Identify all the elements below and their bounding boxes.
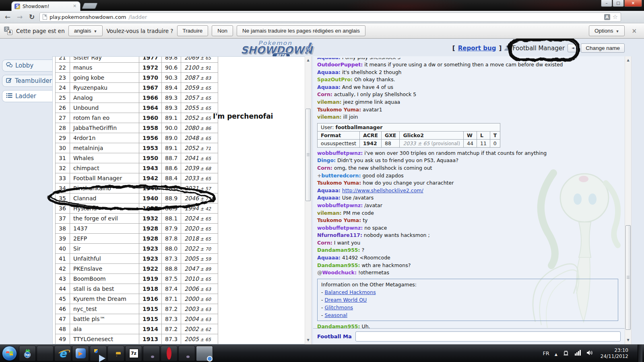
chat-username[interactable]: Dandaman955: xyxy=(317,262,360,268)
change-name-button[interactable]: Change name xyxy=(581,43,625,53)
taskbar-item-windows-media-player[interactable] xyxy=(72,346,89,361)
chat-username[interactable]: Aquaaa: xyxy=(317,187,341,193)
sidebar-item-lobby[interactable]: Lobby xyxy=(2,60,52,72)
infobar-close-icon[interactable] xyxy=(632,27,637,35)
browser-tab[interactable]: S Showdown! xyxy=(11,1,80,11)
chat-username[interactable]: Tsukomo Yuma: xyxy=(317,180,361,186)
language-dropdown[interactable]: anglais xyxy=(68,25,103,36)
ladder-player-name[interactable]: Unfaithful xyxy=(70,254,139,264)
options-dropdown[interactable]: Options xyxy=(589,25,625,36)
tab-close-icon[interactable] xyxy=(72,4,77,9)
taskbar-item-file-explorer[interactable] xyxy=(107,346,124,361)
ladder-player-name[interactable]: chimpact xyxy=(70,163,139,173)
taskbar-item-chrome[interactable] xyxy=(196,346,213,361)
chat-username[interactable]: Tsukomo Yuma: xyxy=(317,107,361,113)
chat-username[interactable]: Aquaaa: xyxy=(317,195,341,201)
infobox-link[interactable]: Balanced Hackmons xyxy=(324,289,376,295)
ladder-player-name[interactable]: stall is da best xyxy=(70,284,139,294)
ladder-scrollbar[interactable] xyxy=(305,56,312,344)
hidden-icons-caret[interactable] xyxy=(555,350,557,357)
ladder-player-name[interactable]: rotom fan eo xyxy=(70,113,139,123)
chat-username[interactable]: OutdoorPuppet: xyxy=(317,62,363,68)
show-desktop-button[interactable] xyxy=(638,345,642,362)
taskbar-item-internet-explorer[interactable]: e xyxy=(54,346,71,361)
chat-username[interactable]: Nfurnoflare117: xyxy=(317,232,362,238)
chat-username[interactable]: Corn: xyxy=(317,91,332,97)
taskbar-item-poke-orb-2[interactable] xyxy=(178,346,195,361)
infobox-link[interactable]: Glitchmons xyxy=(324,304,353,311)
chat-username[interactable]: Dandaman955: xyxy=(317,323,360,328)
infobox-link[interactable]: Seasonal xyxy=(324,312,347,318)
scroll-down-icon[interactable] xyxy=(305,337,311,343)
scroll-down-icon[interactable] xyxy=(625,337,631,343)
chat-username[interactable]: wobbuffetpwnz: xyxy=(317,150,363,156)
ladder-player-name[interactable]: PKEnslave xyxy=(70,264,139,274)
ladder-player-name[interactable]: BoomBoom xyxy=(70,274,139,284)
new-tab-button[interactable] xyxy=(82,3,98,9)
scrollbar-thumb[interactable] xyxy=(625,225,631,330)
chat-username[interactable]: Aquaaa: xyxy=(317,84,341,90)
chat-username[interactable]: SpazOutPro: xyxy=(317,76,353,82)
ladder-player-name[interactable]: Unbound xyxy=(70,103,139,113)
ladder-player-name[interactable]: manus xyxy=(70,63,139,73)
no-button[interactable]: Non xyxy=(212,25,233,36)
ladder-player-name[interactable]: Kyurem the Dream xyxy=(70,294,139,304)
taskbar-item-poke-orb[interactable] xyxy=(143,346,160,361)
ladder-player-name[interactable]: 1437 xyxy=(70,224,139,234)
scrollbar-thumb[interactable] xyxy=(305,109,311,201)
ladder-player-name[interactable]: Clannad xyxy=(70,193,139,204)
taskbar-item-7zip[interactable]: 7z xyxy=(125,346,142,361)
taskbar-item-media-gallery[interactable] xyxy=(37,346,54,361)
chat-username[interactable]: Tsukomo Yuma: xyxy=(317,217,361,223)
chat-username[interactable]: wobbuffetpwnz: xyxy=(317,202,363,208)
translate-page-action-icon[interactable] xyxy=(604,14,610,20)
minimize-button[interactable] xyxy=(601,0,612,7)
language-indicator[interactable]: FR xyxy=(543,350,549,356)
chat-username[interactable]: vileman: xyxy=(317,210,342,216)
chat-username[interactable]: Dandaman955: xyxy=(317,247,360,253)
chat-username[interactable]: Woodchuck: xyxy=(322,269,357,276)
chat-username[interactable]: Aquaaa: xyxy=(317,69,341,75)
bookmark-star-icon[interactable] xyxy=(613,13,618,21)
scroll-up-icon[interactable] xyxy=(305,57,311,64)
forward-icon[interactable] xyxy=(15,13,24,21)
chat-username[interactable]: Corn: xyxy=(317,240,332,246)
chat-username[interactable]: Aquaaa: xyxy=(317,58,341,60)
ladder-player-name[interactable]: Sir xyxy=(70,244,139,254)
chat-username[interactable]: wobbuffetpwnz: xyxy=(317,225,363,231)
user-menu-button[interactable] xyxy=(568,44,578,52)
ladder-player-name[interactable]: Rinshankaiho xyxy=(70,183,139,193)
chat-username[interactable]: Corn: xyxy=(317,165,332,171)
close-button[interactable] xyxy=(624,0,642,7)
taskbar-item-opera[interactable] xyxy=(161,346,178,361)
ladder-player-name[interactable]: Analog xyxy=(70,93,139,103)
volume-icon[interactable] xyxy=(586,350,594,357)
ladder-player-name[interactable]: Hysteria xyxy=(70,204,139,214)
start-button[interactable] xyxy=(0,346,19,361)
chat-input[interactable] xyxy=(355,331,621,341)
ladder-player-name[interactable]: Sister Ray xyxy=(70,56,139,63)
ladder-player-name[interactable]: going kobe xyxy=(70,73,139,83)
chat-username[interactable]: Dingo: xyxy=(317,157,336,163)
ladder-player-name[interactable]: JabbaTheGriffin xyxy=(70,123,139,133)
chat-scrollbar[interactable] xyxy=(625,56,632,344)
reload-icon[interactable] xyxy=(27,13,36,21)
chat-username[interactable]: vileman: xyxy=(317,99,342,105)
scroll-up-icon[interactable] xyxy=(625,57,631,64)
ladder-player-name[interactable]: 2EFP xyxy=(70,234,139,244)
back-icon[interactable] xyxy=(3,13,12,21)
ladder-player-name[interactable]: the forge of evil xyxy=(70,214,139,224)
address-bar[interactable]: play.pokemonshowdown.com /ladder xyxy=(39,12,621,22)
chat-username[interactable]: Aquaaa: xyxy=(317,255,341,261)
chat-username[interactable]: butteredcorn: xyxy=(321,173,361,179)
never-translate-button[interactable]: Ne jamais traduire les pages rédigées en… xyxy=(237,25,365,36)
ladder-player-name[interactable]: battle pls™ xyxy=(70,314,139,324)
report-bug-link[interactable]: Report bug xyxy=(458,45,496,52)
ladder-player-name[interactable]: ala xyxy=(70,324,139,334)
ladder-player-name[interactable]: TTYLGenesect xyxy=(70,334,139,344)
sidebar-item-teambuilder[interactable]: Teambuilder xyxy=(2,75,52,87)
ladder-player-name[interactable]: Whales xyxy=(70,153,139,163)
taskbar-item-hp-launcher[interactable]: ▲▲hp xyxy=(19,346,36,361)
maximize-button[interactable] xyxy=(613,0,624,7)
translate-button[interactable]: Traduire xyxy=(177,25,208,36)
